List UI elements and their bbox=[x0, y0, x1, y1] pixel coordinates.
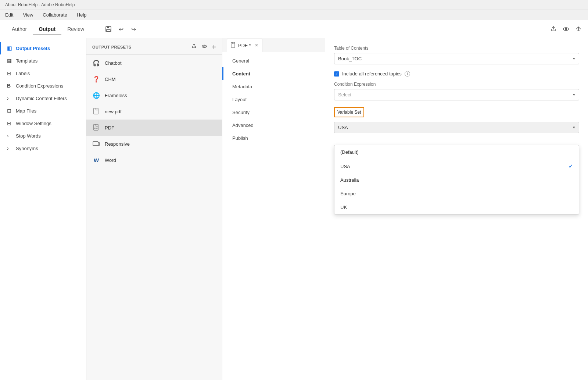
preset-label-frameless: Frameless bbox=[105, 93, 127, 98]
sidebar-label-synonyms: Synonyms bbox=[16, 146, 38, 151]
condition-icon: B bbox=[7, 83, 13, 89]
sidebar-item-synonyms[interactable]: › Synonyms bbox=[0, 142, 86, 155]
menu-view[interactable]: View bbox=[21, 11, 35, 18]
variable-set-dropdown[interactable]: USA ▾ bbox=[334, 122, 579, 133]
dropdown-option-default[interactable]: (Default) bbox=[334, 145, 579, 159]
section-advanced[interactable]: Advanced bbox=[222, 119, 325, 132]
dynamic-icon: › bbox=[7, 95, 13, 101]
dropdown-option-australia[interactable]: Australia bbox=[334, 173, 579, 187]
variable-set-chevron-icon: ▾ bbox=[573, 125, 575, 130]
svg-rect-2 bbox=[107, 29, 110, 31]
toc-label: Table of Contents bbox=[334, 46, 579, 51]
toc-chevron-icon: ▾ bbox=[573, 56, 575, 61]
option-label-australia: Australia bbox=[340, 177, 359, 183]
sidebar-item-templates[interactable]: ▦ Templates bbox=[0, 54, 86, 67]
toolbar: Author Output Review ↩ ↪ bbox=[0, 20, 588, 38]
tab-author[interactable]: Author bbox=[6, 23, 33, 35]
svg-rect-10 bbox=[93, 142, 98, 146]
sidebar-label-map: Map Files bbox=[16, 108, 36, 114]
title-bar: About RoboHelp - Adobe RoboHelp bbox=[0, 0, 588, 10]
dropdown-option-europe[interactable]: Europe bbox=[334, 187, 579, 200]
sidebar-label-templates: Templates bbox=[16, 58, 37, 64]
preset-word[interactable]: W Word bbox=[86, 152, 222, 168]
menu-help[interactable]: Help bbox=[75, 11, 88, 18]
preset-responsive[interactable]: Responsive bbox=[86, 136, 222, 152]
stop-words-icon: › bbox=[7, 133, 13, 139]
section-metadata[interactable]: Metadata bbox=[222, 80, 325, 93]
preset-pdf[interactable]: PDF PDF bbox=[86, 120, 222, 136]
preset-label-pdf: PDF bbox=[105, 125, 114, 131]
chatbot-icon: 🎧 bbox=[92, 59, 100, 67]
presets-header: OUTPUT PRESETS + bbox=[86, 38, 222, 55]
svg-point-4 bbox=[565, 28, 567, 30]
settings-panel: Table of Contents Book_TOC ▾ ✓ Include a… bbox=[325, 38, 588, 380]
publish-icon[interactable] bbox=[575, 25, 582, 33]
sidebar-item-condition-expressions[interactable]: B Condition Expressions bbox=[0, 79, 86, 92]
pdf-tab-icon bbox=[231, 42, 236, 49]
preset-label-chatbot: Chatbot bbox=[105, 60, 122, 66]
preset-frameless[interactable]: 🌐 Frameless bbox=[86, 87, 222, 103]
section-security[interactable]: Security bbox=[222, 106, 325, 119]
dropdown-option-usa[interactable]: USA ✓ bbox=[334, 159, 579, 173]
sidebar-item-window-settings[interactable]: ⊟ Window Settings bbox=[0, 117, 86, 129]
svg-point-6 bbox=[204, 46, 205, 47]
sidebar-label-output-presets: Output Presets bbox=[16, 46, 50, 51]
toc-group: Table of Contents Book_TOC ▾ bbox=[334, 46, 579, 64]
presets-header-icons: + bbox=[191, 43, 216, 51]
sidebar-item-output-presets[interactable]: ◧ Output Presets bbox=[0, 42, 86, 54]
preset-label-responsive: Responsive bbox=[105, 141, 130, 147]
sidebar-label-window: Window Settings bbox=[16, 121, 51, 126]
sidebar-item-dynamic-content-filters[interactable]: › Dynamic Content Filters bbox=[0, 92, 86, 104]
tab-output[interactable]: Output bbox=[33, 23, 61, 35]
toolbar-icons: ↩ ↪ bbox=[105, 25, 137, 33]
condition-dropdown[interactable]: Select ▾ bbox=[334, 89, 579, 100]
save-icon[interactable] bbox=[105, 25, 112, 33]
section-nav: General Content Metadata Layout Security… bbox=[222, 52, 325, 147]
presets-export-icon[interactable] bbox=[191, 43, 197, 51]
chm-icon: ❓ bbox=[92, 75, 100, 83]
window-icon: ⊟ bbox=[7, 120, 13, 126]
include-topics-checkbox[interactable]: ✓ bbox=[334, 71, 339, 77]
svg-rect-12 bbox=[231, 42, 235, 47]
section-publish[interactable]: Publish bbox=[222, 132, 325, 145]
section-layout[interactable]: Layout bbox=[222, 93, 325, 106]
variable-set-label: Variable Set bbox=[334, 107, 364, 117]
frameless-icon: 🌐 bbox=[92, 91, 100, 99]
sidebar-item-stop-words[interactable]: › Stop Words bbox=[0, 129, 86, 142]
preset-chm[interactable]: ❓ CHM bbox=[86, 71, 222, 87]
svg-rect-1 bbox=[107, 26, 109, 28]
pdf-tab-close[interactable]: ✕ bbox=[255, 43, 258, 48]
preset-label-chm: CHM bbox=[105, 77, 116, 82]
include-topics-info-icon[interactable]: i bbox=[405, 71, 410, 77]
left-sidebar: ◧ Output Presets ▦ Templates ⊟ Labels B … bbox=[0, 38, 86, 380]
option-label-usa: USA bbox=[340, 164, 350, 169]
tab-review[interactable]: Review bbox=[61, 23, 90, 35]
redo-icon[interactable]: ↪ bbox=[130, 25, 137, 33]
section-general[interactable]: General bbox=[222, 54, 325, 67]
sidebar-item-map-files[interactable]: ⊟ Map Files bbox=[0, 104, 86, 117]
preview-icon[interactable] bbox=[562, 25, 570, 33]
preset-new-pdf[interactable]: new pdf bbox=[86, 103, 222, 120]
section-content[interactable]: Content bbox=[222, 67, 325, 80]
menu-edit[interactable]: Edit bbox=[4, 11, 15, 18]
option-label-europe: Europe bbox=[340, 191, 356, 196]
condition-group: Condition Expression Select ▾ bbox=[334, 82, 579, 100]
preset-chatbot[interactable]: 🎧 Chatbot bbox=[86, 55, 222, 71]
presets-add-icon[interactable]: + bbox=[212, 43, 216, 51]
pdf-tab[interactable]: PDF * ✕ bbox=[227, 39, 262, 52]
export-icon[interactable] bbox=[550, 25, 557, 33]
map-icon: ⊟ bbox=[7, 108, 13, 114]
sidebar-label-stop-words: Stop Words bbox=[16, 133, 41, 139]
menu-collaborate[interactable]: Collaborate bbox=[41, 11, 69, 18]
output-presets-icon: ◧ bbox=[7, 45, 13, 51]
undo-icon[interactable]: ↩ bbox=[117, 25, 125, 33]
variable-set-group: Variable Set USA ▾ bbox=[334, 107, 579, 133]
presets-preview-icon[interactable] bbox=[201, 43, 207, 51]
preset-label-word: Word bbox=[105, 157, 116, 163]
dropdown-option-uk[interactable]: UK bbox=[334, 200, 579, 214]
presets-title: OUTPUT PRESETS bbox=[92, 45, 132, 49]
content-panel: PDF * ✕ General Content Metadata Layout … bbox=[222, 38, 325, 380]
sidebar-item-labels[interactable]: ⊟ Labels bbox=[0, 67, 86, 79]
synonyms-icon: › bbox=[7, 145, 13, 151]
toc-dropdown[interactable]: Book_TOC ▾ bbox=[334, 53, 579, 64]
